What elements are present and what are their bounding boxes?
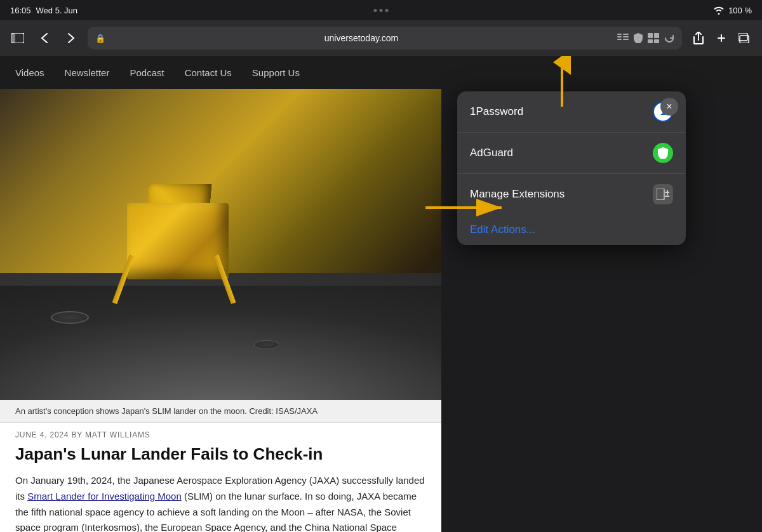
lander-leg-left [112,255,135,304]
extension-label-adguard: AdGuard [470,147,653,159]
extension-item-adguard[interactable]: AdGuard [457,133,686,174]
svg-rect-4 [617,39,622,40]
svg-rect-2 [617,34,622,35]
svg-rect-6 [623,36,629,37]
hero-image [0,89,441,400]
browser-chrome: 🔒 universetoday.com [0,20,762,56]
close-icon: × [666,101,672,112]
url-text: universetoday.com [109,33,613,43]
back-button[interactable] [34,28,55,48]
status-dots [374,9,389,12]
image-caption: An artist's conception shows Japan's SLI… [0,400,441,423]
status-left: 16:05 Wed 5. Jun [10,6,77,15]
browser-actions [688,28,754,48]
lander-shape [76,165,279,343]
new-tab-button[interactable] [711,28,732,48]
manage-extensions-icon [653,184,673,204]
date: Wed 5. Jun [36,6,78,15]
extensions-icon[interactable] [648,33,659,43]
nav-contact[interactable]: Contact Us [185,67,232,78]
article-title: Japan's Lunar Lander Fails to Check-in [15,444,426,464]
lock-icon: 🔒 [95,34,105,43]
close-dropdown-button[interactable]: × [660,98,678,116]
adguard-icon [653,143,673,163]
battery: 100 % [728,6,752,15]
status-right: 100 % [713,6,752,15]
tabs-button[interactable] [734,28,754,48]
reload-icon[interactable] [664,33,674,43]
svg-rect-11 [654,39,659,43]
article-section: JUNE 4, 2024 BY MATT WILLIAMS Japan's Lu… [0,423,441,532]
status-bar: 16:05 Wed 5. Jun 100 % [0,0,762,20]
svg-rect-5 [623,34,629,35]
svg-rect-7 [623,39,629,40]
edit-actions-label: Edit Actions... [470,223,535,236]
reader-icon[interactable] [617,34,629,43]
time: 16:05 [10,6,31,15]
site-navbar: Videos Newsletter Podcast Contact Us Sup… [0,56,762,89]
share-button[interactable] [688,28,709,48]
address-bar[interactable]: 🔒 universetoday.com [88,27,682,50]
top-arrow-indicator [549,56,575,109]
article-meta: JUNE 4, 2024 BY MATT WILLIAMS [15,430,426,439]
svg-rect-8 [648,33,653,38]
nav-videos[interactable]: Videos [15,67,44,78]
article-link-1[interactable]: Smart Lander for Investigating Moon [27,491,182,502]
svg-rect-1 [11,33,15,43]
wifi-icon [713,6,725,15]
nav-support[interactable]: Support Us [252,67,300,78]
nav-podcast[interactable]: Podcast [130,67,164,78]
svg-rect-3 [617,36,622,37]
sidebar-button[interactable] [8,28,28,48]
privacy-icon[interactable] [634,33,643,43]
content-area: An artist's conception shows Japan's SLI… [0,89,441,532]
nav-newsletter[interactable]: Newsletter [65,67,110,78]
svg-rect-9 [654,33,659,38]
lander-body [127,203,229,279]
svg-rect-10 [648,39,653,43]
svg-rect-16 [657,189,664,200]
manage-arrow-indicator [425,195,514,223]
article-body: On January 19th, 2024, the Japanese Aero… [15,473,426,532]
forward-button[interactable] [61,28,81,48]
